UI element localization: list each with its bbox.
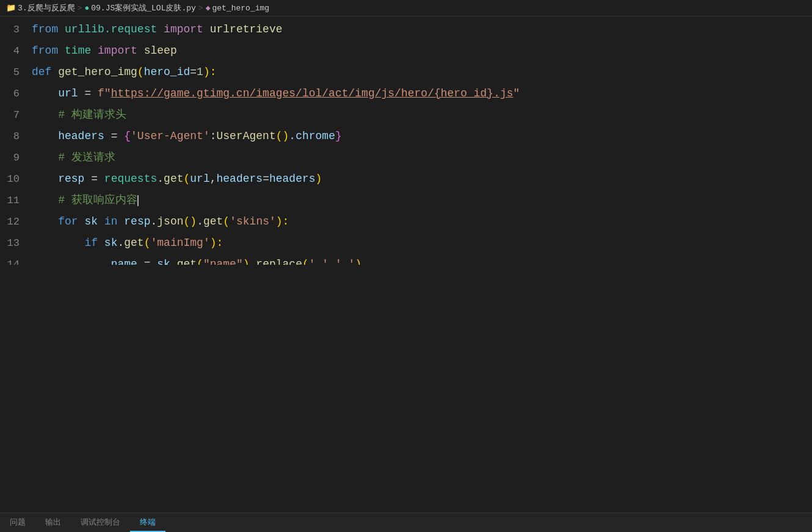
line-number: 12 — [0, 211, 29, 232]
token-white: . — [250, 258, 256, 265]
code-editor[interactable]: 3from urllib.request import urlretrieve4… — [0, 16, 812, 265]
code-line-9: 9 # 发送请求 — [0, 147, 812, 168]
bottom-tab-调试控制台[interactable]: 调试控制台 — [71, 513, 130, 532]
token-kw-from: if — [84, 237, 98, 249]
token-brace: { — [124, 130, 131, 142]
token-brace: } — [335, 130, 342, 142]
breadcrumb: 📁 3.反爬与反反爬 > ● 09.JS案例实战_LOL皮肤.py > ◆ ge… — [0, 0, 812, 16]
token-num: 1 — [197, 66, 203, 78]
line-content: # 发送请求 — [29, 147, 812, 168]
token-var: url — [190, 173, 209, 185]
token-module: requests — [104, 173, 157, 185]
token-white: . — [197, 215, 203, 228]
token-fn-name: replace — [256, 258, 302, 265]
code-line-13: 13 if sk.get('mainImg'): — [0, 232, 812, 254]
token-fn-name: get_hero_img — [58, 66, 137, 78]
line-content: resp = requests.get(url,headers=headers) — [29, 168, 812, 190]
token-str-val: f" — [98, 87, 111, 99]
token-white: , — [210, 173, 217, 185]
token-white — [32, 258, 111, 265]
token-paren: ) — [355, 258, 361, 265]
bottom-tab-输出[interactable]: 输出 — [35, 513, 71, 532]
token-paren: ): — [210, 237, 223, 249]
line-content: from time import sleep — [29, 40, 812, 62]
token-fn-name: UserAgent — [217, 130, 276, 142]
token-kw-from: for — [58, 215, 78, 228]
token-paren: ): — [203, 66, 217, 78]
token-str-val: 'skins' — [230, 215, 276, 228]
token-kw-from: from — [32, 23, 58, 35]
code-line-12: 12 for sk in resp.json().get('skins'): — [0, 211, 812, 232]
token-var: name — [111, 258, 137, 265]
bottom-tab-终端[interactable]: 终端 — [130, 513, 165, 532]
line-content: headers = {'User-Agent':UserAgent().chro… — [29, 126, 812, 147]
breadcrumb-sep-2: > — [198, 4, 203, 13]
empty-editor-area — [0, 265, 812, 513]
token-var: sk — [104, 237, 118, 249]
token-paren: ( — [183, 173, 190, 185]
token-var: sk — [157, 258, 170, 265]
breadcrumb-item-1[interactable]: 📁 3.反爬与反反爬 — [6, 2, 75, 13]
line-content: def get_hero_img(hero_id=1): — [29, 62, 812, 83]
token-str-val: 'mainImg' — [150, 237, 209, 249]
token-white — [32, 130, 58, 142]
bottom-tab-bar: 问题输出调试控制台终端 — [0, 512, 812, 532]
code-line-10: 10 resp = requests.get(url,headers=heade… — [0, 168, 812, 190]
line-number: 8 — [0, 126, 29, 147]
token-white: . — [170, 258, 177, 265]
token-str-val: ' ' — [309, 258, 328, 265]
token-str-val: "name" — [203, 258, 243, 265]
bottom-tab-问题[interactable]: 问题 — [0, 513, 35, 532]
code-line-14: 14 name = sk.get("name").replace(' ','_'… — [0, 254, 812, 265]
breadcrumb-sep-1: > — [78, 4, 82, 13]
token-paren: ( — [197, 258, 203, 265]
token-str-val: '_' — [335, 258, 355, 265]
token-white — [32, 109, 58, 121]
token-fn-name: get — [124, 237, 143, 249]
line-content: # 获取响应内容 — [29, 190, 812, 211]
breadcrumb-item-2[interactable]: ● 09.JS案例实战_LOL皮肤.py — [84, 2, 195, 13]
token-kw-from: def — [32, 66, 51, 78]
line-number: 5 — [0, 62, 29, 83]
token-paren: ( — [302, 258, 309, 265]
token-white — [78, 215, 85, 228]
token-var: headers — [269, 173, 316, 185]
token-white: . — [151, 215, 158, 228]
token-fn-name: urlretrieve — [210, 23, 283, 35]
line-number: 9 — [0, 147, 29, 168]
token-kw-from: from — [32, 45, 58, 57]
line-number: 3 — [0, 19, 29, 40]
line-content: # 构建请求头 — [29, 104, 812, 126]
breadcrumb-item-3[interactable]: ◆ get_hero_img — [206, 3, 269, 13]
code-line-11: 11 # 获取响应内容 — [0, 190, 812, 211]
token-fn-name: json — [157, 215, 183, 228]
python-icon: ● — [84, 4, 89, 13]
token-white: = — [104, 130, 124, 142]
token-fn-name: get — [203, 215, 223, 228]
text-cursor — [137, 195, 139, 206]
code-lines: 3from urllib.request import urlretrieve4… — [0, 16, 812, 265]
token-fn-name: get — [177, 258, 197, 265]
code-line-5: 5def get_hero_img(hero_id=1): — [0, 62, 812, 83]
token-comment: # 构建请求头 — [58, 109, 126, 121]
token-module: urllib.request — [65, 23, 157, 35]
token-paren: ) — [243, 258, 250, 265]
token-var: .chrome — [289, 130, 335, 142]
token-white — [32, 237, 84, 249]
token-white: = — [84, 173, 104, 185]
token-str-url: https://game.gtimg.cn/images/lol/act/img… — [111, 87, 513, 99]
code-line-3: 3from urllib.request import urlretrieve — [0, 19, 812, 40]
token-kw-from: in — [104, 215, 118, 228]
token-str-val: " — [513, 87, 520, 99]
token-white — [32, 87, 58, 99]
token-var: headers — [217, 173, 263, 185]
token-fn-name: get — [164, 173, 183, 185]
token-str-val: 'User-Agent' — [131, 130, 210, 142]
token-white — [32, 151, 58, 164]
folder-icon: 📁 — [6, 3, 16, 13]
token-white — [32, 173, 58, 185]
token-var: sk — [84, 215, 98, 228]
token-fn-name: sleep — [144, 45, 177, 57]
token-var: resp — [124, 215, 150, 228]
code-line-7: 7 # 构建请求头 — [0, 104, 812, 126]
